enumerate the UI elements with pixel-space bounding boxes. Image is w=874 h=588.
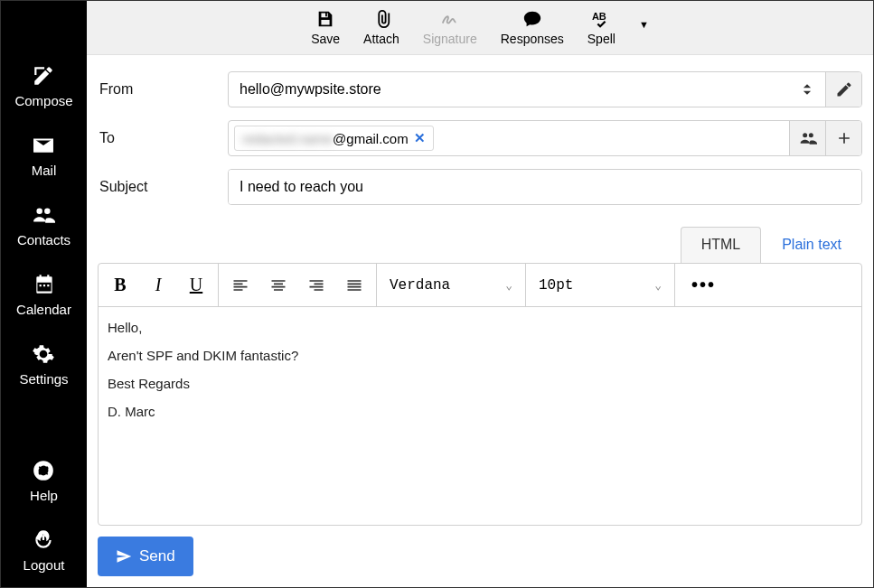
sidebar-item-label: Calendar <box>16 302 71 317</box>
spell-button[interactable]: AB Spell <box>587 9 616 46</box>
align-left-icon <box>231 276 249 294</box>
text-style-group: B I U <box>99 264 219 306</box>
save-icon <box>315 9 335 29</box>
svg-text:AB: AB <box>592 11 606 22</box>
more-formatting-button[interactable]: ••• <box>675 264 732 306</box>
from-select-toggle[interactable] <box>789 72 825 107</box>
responses-icon <box>522 9 542 29</box>
from-select[interactable]: hello@mywpsite.store <box>229 81 789 98</box>
underline-button[interactable]: U <box>183 273 209 298</box>
rich-text-editor: B I U Verdana ⌄ 10pt ⌄ ••• He <box>98 263 862 526</box>
body-line: Aren't SPF and DKIM fantastic? <box>108 348 852 363</box>
editor-toolbar: B I U Verdana ⌄ 10pt ⌄ ••• <box>99 264 861 307</box>
editor-body[interactable]: Hello, Aren't SPF and DKIM fantastic? Be… <box>99 307 861 525</box>
font-size-value: 10pt <box>539 277 573 294</box>
pencil-icon <box>835 80 853 98</box>
contacts-icon <box>799 129 817 147</box>
from-row: From hello@mywpsite.store <box>98 71 862 107</box>
sidebar-item-contacts[interactable]: Contacts <box>17 203 70 247</box>
save-button[interactable]: Save <box>311 9 340 46</box>
sidebar: Compose Mail Contacts Calendar Settings … <box>1 1 87 587</box>
recipient-chip[interactable]: redacted.name@gmail.com ✕ <box>234 126 434 151</box>
body-line: D. Marc <box>108 404 852 419</box>
to-row: To redacted.name@gmail.com ✕ <box>98 120 862 156</box>
align-center-button[interactable] <box>266 273 291 298</box>
signature-button: Signature <box>423 9 477 46</box>
tab-html[interactable]: HTML <box>681 227 762 263</box>
sidebar-item-label: Help <box>30 488 58 503</box>
recipient-hidden: redacted.name <box>242 131 333 146</box>
font-family-value: Verdana <box>390 277 450 294</box>
to-label: To <box>98 130 215 146</box>
add-recipient-button[interactable] <box>825 121 861 155</box>
responses-button[interactable]: Responses <box>501 9 564 46</box>
from-label: From <box>98 81 215 98</box>
italic-button[interactable]: I <box>146 273 171 298</box>
signature-icon <box>440 9 460 29</box>
editor-mode-tabs: HTML Plain text <box>98 227 862 263</box>
send-icon <box>116 548 132 565</box>
plus-icon <box>835 129 853 147</box>
tab-plain-text[interactable]: Plain text <box>761 227 862 263</box>
font-size-select[interactable]: 10pt ⌄ <box>526 264 675 306</box>
recipient-visible: @gmail.com <box>333 131 409 146</box>
sidebar-item-label: Contacts <box>17 232 70 247</box>
subject-row: Subject <box>98 169 862 205</box>
tool-label: Attach <box>363 32 399 46</box>
help-icon <box>32 459 55 482</box>
tool-label: Save <box>311 32 340 46</box>
sidebar-item-label: Settings <box>19 371 68 387</box>
subject-label: Subject <box>98 179 215 195</box>
sidebar-item-settings[interactable]: Settings <box>19 342 68 387</box>
compose-form: From hello@mywpsite.store To redacted.na… <box>87 55 873 221</box>
gear-icon <box>32 342 55 366</box>
sidebar-item-mail[interactable]: Mail <box>32 134 57 178</box>
compose-toolbar: Save Attach Signature Responses AB Spell… <box>87 1 873 55</box>
mail-icon <box>32 134 55 157</box>
calendar-icon <box>33 273 56 296</box>
body-line: Best Regards <box>108 376 852 391</box>
font-family-select[interactable]: Verdana ⌄ <box>377 264 526 306</box>
contacts-icon <box>32 203 55 227</box>
updown-icon <box>798 80 816 98</box>
from-field: hello@mywpsite.store <box>228 71 862 107</box>
sidebar-item-label: Mail <box>32 163 57 178</box>
align-right-button[interactable] <box>304 273 329 298</box>
alignment-group <box>219 264 377 306</box>
main-content: Save Attach Signature Responses AB Spell… <box>87 1 873 587</box>
align-center-icon <box>269 276 287 294</box>
subject-field <box>228 169 862 205</box>
attach-button[interactable]: Attach <box>363 9 399 46</box>
spell-icon: AB <box>591 9 611 29</box>
sidebar-item-calendar[interactable]: Calendar <box>16 273 71 317</box>
logout-icon <box>32 528 55 552</box>
chevron-down-icon: ⌄ <box>505 278 512 293</box>
sidebar-item-compose[interactable]: Compose <box>14 64 72 108</box>
chevron-down-icon: ⌄ <box>654 278 662 293</box>
more-icon: ••• <box>691 275 716 295</box>
align-left-button[interactable] <box>228 273 253 298</box>
remove-recipient-icon[interactable]: ✕ <box>414 130 426 146</box>
attach-icon <box>371 9 391 29</box>
send-row: Send <box>87 526 873 587</box>
tool-label: Signature <box>423 32 477 46</box>
align-justify-icon <box>345 276 363 294</box>
body-line: Hello, <box>108 320 852 335</box>
align-justify-button[interactable] <box>342 273 367 298</box>
compose-icon <box>32 64 55 88</box>
spell-dropdown-caret[interactable]: ▼ <box>639 19 649 30</box>
bold-button[interactable]: B <box>108 273 133 298</box>
tool-label: Responses <box>501 32 564 46</box>
to-field[interactable]: redacted.name@gmail.com ✕ <box>228 120 862 156</box>
edit-identity-button[interactable] <box>825 72 861 107</box>
send-label: Send <box>139 547 175 565</box>
sidebar-item-help[interactable]: Help <box>30 459 58 503</box>
tool-label: Spell <box>587 32 616 46</box>
send-button[interactable]: Send <box>98 537 193 576</box>
add-contacts-button[interactable] <box>789 121 825 155</box>
sidebar-item-logout[interactable]: Logout <box>23 528 65 573</box>
align-right-icon <box>307 276 325 294</box>
sidebar-item-label: Logout <box>23 557 65 573</box>
subject-input[interactable] <box>229 170 861 204</box>
sidebar-item-label: Compose <box>14 93 72 108</box>
